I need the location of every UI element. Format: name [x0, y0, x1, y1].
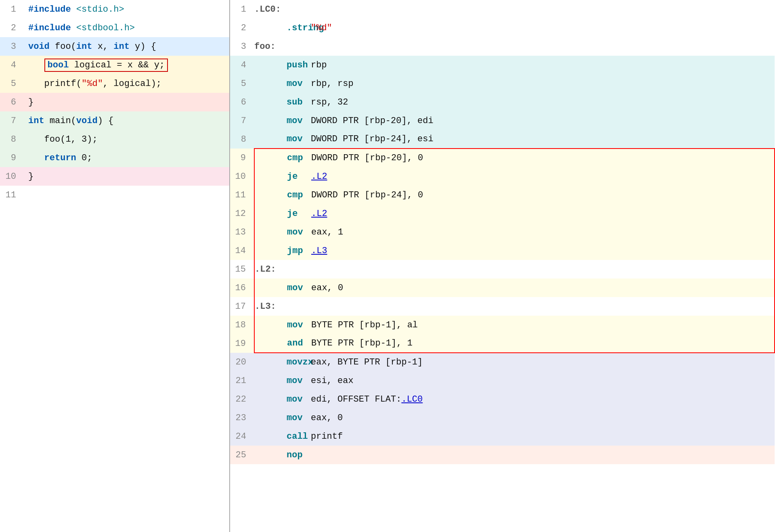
- asm-content: callprintf: [254, 427, 775, 446]
- asm-content: andBYTE PTR [rbp-1], 1: [254, 334, 775, 353]
- asm-content: movzxeax, BYTE PTR [rbp-1]: [254, 353, 775, 371]
- asm-line-number: 14: [230, 241, 254, 260]
- code-content: #include <stdbool.h>: [24, 19, 229, 37]
- asm-line-22: 22movedi, OFFSET FLAT:.LC0: [230, 390, 775, 408]
- asm-content: je.L2: [254, 204, 775, 223]
- line-number: 3: [0, 37, 24, 56]
- asm-mnemonic: mov: [254, 394, 303, 404]
- line-number: 9: [0, 149, 24, 167]
- asm-content: cmpDWORD PTR [rbp-20], 0: [254, 149, 775, 167]
- asm-line-17: 17.L3:: [230, 297, 775, 316]
- code-content: return 0;: [24, 149, 229, 167]
- left-panel: 1#include <stdio.h>2#include <stdbool.h>…: [0, 0, 230, 532]
- asm-content: je.L2: [254, 167, 775, 186]
- asm-content: .LC0:: [254, 0, 775, 19]
- asm-operands: printf: [303, 431, 343, 442]
- asm-line-number: 2: [230, 19, 254, 37]
- asm-content: moveax, 0: [254, 408, 775, 427]
- asm-line-number: 8: [230, 130, 254, 149]
- asm-line-number: 23: [230, 408, 254, 427]
- asm-mnemonic: mov: [254, 134, 303, 144]
- asm-line-18: 18movBYTE PTR [rbp-1], al: [230, 316, 775, 334]
- asm-operands: eax, 0: [303, 413, 343, 423]
- asm-operands: .L3: [303, 246, 327, 256]
- line-number: 1: [0, 0, 24, 19]
- asm-line-25: 25nop: [230, 446, 775, 464]
- asm-mnemonic: .string: [254, 23, 303, 33]
- asm-mnemonic: mov: [254, 376, 303, 386]
- asm-line-number: 24: [230, 427, 254, 446]
- asm-mnemonic: mov: [255, 283, 303, 293]
- asm-mnemonic: cmp: [255, 190, 303, 200]
- asm-mnemonic: mov: [255, 227, 303, 237]
- left-line-10: 10}: [0, 167, 229, 186]
- asm-label: .LC0:: [254, 4, 281, 15]
- asm-operands: rbp: [303, 60, 327, 70]
- asm-line-number: 13: [230, 223, 254, 241]
- asm-content: movBYTE PTR [rbp-1], al: [254, 316, 775, 334]
- asm-line-13: 13moveax, 1: [230, 223, 775, 241]
- asm-operands: esi, eax: [303, 376, 354, 386]
- asm-line-20: 20movzxeax, BYTE PTR [rbp-1]: [230, 353, 775, 371]
- asm-line-number: 17: [230, 297, 254, 316]
- asm-line-8: 8movDWORD PTR [rbp-24], esi: [230, 130, 775, 149]
- asm-operands: edi, OFFSET FLAT:.LC0: [303, 394, 423, 404]
- asm-operands: eax, 0: [303, 283, 343, 293]
- highlight-box: bool logical = x && y;: [44, 59, 168, 72]
- code-content: }: [24, 93, 229, 111]
- asm-line-24: 24callprintf: [230, 427, 775, 446]
- code-content: printf("%d", logical);: [24, 74, 229, 93]
- line-number: 6: [0, 93, 24, 111]
- asm-operands: "%d": [303, 23, 332, 33]
- asm-operands: DWORD PTR [rbp-24], 0: [303, 190, 423, 200]
- asm-line-number: 21: [230, 371, 254, 390]
- right-panel: 1.LC0:2.string"%d"3foo:4pushrbp5movrbp, …: [230, 0, 775, 532]
- asm-content: cmpDWORD PTR [rbp-24], 0: [254, 186, 775, 204]
- asm-line-number: 4: [230, 56, 254, 74]
- asm-mnemonic: mov: [255, 320, 303, 330]
- asm-operands: DWORD PTR [rbp-24], esi: [303, 134, 434, 144]
- line-number: 10: [0, 167, 24, 186]
- left-line-8: 8 foo(1, 3);: [0, 130, 229, 149]
- asm-mnemonic: movzx: [254, 357, 303, 367]
- asm-operands: .L2: [303, 172, 327, 182]
- asm-line-number: 10: [230, 167, 254, 186]
- right-code-table: 1.LC0:2.string"%d"3foo:4pushrbp5movrbp, …: [230, 0, 775, 464]
- asm-line-14: 14jmp.L3: [230, 241, 775, 260]
- asm-line-21: 21movesi, eax: [230, 371, 775, 390]
- left-line-7: 7int main(void) {: [0, 111, 229, 130]
- asm-operands: eax, 1: [303, 227, 343, 237]
- asm-content: .L3:: [254, 297, 775, 316]
- asm-mnemonic: mov: [254, 79, 303, 89]
- asm-mnemonic: push: [254, 60, 303, 70]
- asm-content: movrbp, rsp: [254, 74, 775, 93]
- asm-operands: rbp, rsp: [303, 79, 354, 89]
- asm-line-number: 1: [230, 0, 254, 19]
- asm-line-12: 12je.L2: [230, 204, 775, 223]
- asm-content: movDWORD PTR [rbp-20], edi: [254, 111, 775, 130]
- line-number: 5: [0, 74, 24, 93]
- asm-line-number: 15: [230, 260, 254, 279]
- asm-content: nop: [254, 446, 775, 464]
- asm-content: pushrbp: [254, 56, 775, 74]
- asm-operands: DWORD PTR [rbp-20], edi: [303, 116, 434, 126]
- asm-line-5: 5movrbp, rsp: [230, 74, 775, 93]
- asm-content: movesi, eax: [254, 371, 775, 390]
- asm-mnemonic: and: [255, 338, 303, 348]
- asm-operands: rsp, 32: [303, 97, 348, 107]
- asm-line-3: 3foo:: [230, 37, 775, 56]
- left-code-table: 1#include <stdio.h>2#include <stdbool.h>…: [0, 0, 229, 204]
- asm-line-11: 11cmpDWORD PTR [rbp-24], 0: [230, 186, 775, 204]
- code-content: [24, 186, 229, 204]
- asm-line-9: 9cmpDWORD PTR [rbp-20], 0: [230, 149, 775, 167]
- asm-line-2: 2.string"%d": [230, 19, 775, 37]
- asm-content: .string"%d": [254, 19, 775, 37]
- asm-content: moveax, 0: [254, 279, 775, 297]
- asm-line-number: 11: [230, 186, 254, 204]
- asm-line-number: 22: [230, 390, 254, 408]
- asm-label: foo:: [254, 42, 276, 52]
- asm-content: movDWORD PTR [rbp-24], esi: [254, 130, 775, 149]
- asm-line-number: 20: [230, 353, 254, 371]
- asm-line-number: 7: [230, 111, 254, 130]
- asm-line-number: 18: [230, 316, 254, 334]
